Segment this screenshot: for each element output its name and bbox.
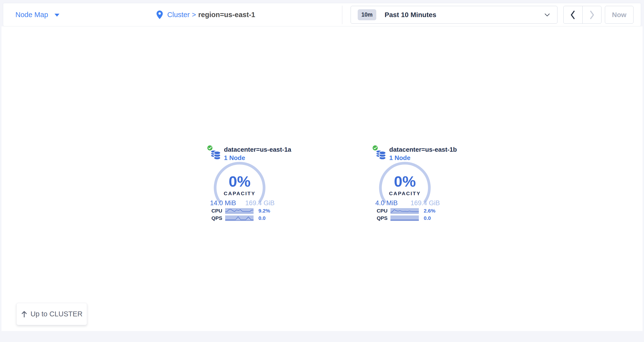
breadcrumb-separator: > bbox=[192, 11, 196, 19]
cpu-label: CPU bbox=[372, 208, 388, 214]
capacity-used: 4.0 MiB bbox=[375, 199, 398, 207]
cpu-sparkline bbox=[225, 208, 254, 214]
cpu-sparkline bbox=[390, 208, 419, 214]
now-button[interactable]: Now bbox=[605, 6, 634, 24]
datacenter-title: datacenter=us-east-1a bbox=[224, 146, 291, 153]
cpu-label: CPU bbox=[206, 208, 222, 214]
capacity-used: 14.0 MiB bbox=[210, 199, 236, 207]
time-nav-group bbox=[563, 6, 602, 24]
qps-value: 0.0 bbox=[424, 215, 431, 221]
database-stack-icon bbox=[376, 149, 386, 161]
header-divider bbox=[342, 5, 342, 24]
up-to-cluster-label: Up to CLUSTER bbox=[30, 310, 83, 318]
chevron-down-icon bbox=[544, 13, 550, 16]
capacity-total: 169.4 GiB bbox=[245, 199, 274, 207]
header-bar: Node Map Cluster > region=us-east-1 10m … bbox=[3, 3, 641, 26]
breadcrumb-current-region: region=us-east-1 bbox=[198, 11, 255, 19]
time-next-button[interactable] bbox=[583, 6, 602, 23]
datacenter-widget-us-east-1b[interactable]: datacenter=us-east-1b 1 Node 0% CAPACITY… bbox=[372, 144, 460, 223]
qps-sparkline bbox=[390, 215, 419, 221]
cpu-metric-row: CPU 2.6% bbox=[372, 208, 460, 214]
time-prev-button[interactable] bbox=[564, 6, 583, 23]
capacity-percent: 0% bbox=[213, 173, 266, 190]
location-pin-icon bbox=[156, 10, 163, 19]
view-selector-dropdown[interactable]: Node Map bbox=[16, 3, 60, 26]
view-selector-label: Node Map bbox=[16, 11, 48, 19]
breadcrumb-cluster-link[interactable]: Cluster bbox=[167, 11, 190, 19]
qps-sparkline bbox=[225, 215, 254, 221]
capacity-label: CAPACITY bbox=[378, 191, 432, 196]
chevron-left-icon bbox=[570, 10, 576, 19]
database-stack-icon bbox=[210, 149, 221, 161]
node-map-canvas: datacenter=us-east-1a 1 Node 0% CAPACITY… bbox=[2, 26, 642, 331]
capacity-label: CAPACITY bbox=[213, 191, 266, 196]
qps-label: QPS bbox=[206, 215, 222, 221]
cpu-value: 2.6% bbox=[424, 208, 436, 214]
qps-metric-row: QPS 0.0 bbox=[372, 215, 460, 221]
healthy-check-icon bbox=[372, 145, 378, 151]
arrow-up-icon bbox=[21, 311, 28, 318]
cpu-value: 9.2% bbox=[258, 208, 270, 214]
time-range-badge: 10m bbox=[358, 9, 376, 20]
chevron-right-icon bbox=[589, 10, 594, 19]
capacity-percent: 0% bbox=[378, 173, 432, 190]
cpu-metric-row: CPU 9.2% bbox=[206, 208, 294, 214]
time-range-label: Past 10 Minutes bbox=[384, 11, 436, 19]
qps-value: 0.0 bbox=[258, 215, 266, 221]
capacity-total: 169.4 GiB bbox=[410, 199, 440, 207]
time-range-dropdown[interactable]: 10m Past 10 Minutes bbox=[350, 6, 558, 24]
breadcrumb: Cluster > region=us-east-1 bbox=[156, 3, 255, 26]
datacenter-title: datacenter=us-east-1b bbox=[389, 146, 457, 153]
caret-down-icon bbox=[54, 14, 60, 16]
up-to-cluster-button[interactable]: Up to CLUSTER bbox=[16, 303, 87, 325]
capacity-values-row: 14.0 MiB 169.4 GiB bbox=[210, 199, 274, 207]
node-map-page: Node Map Cluster > region=us-east-1 10m … bbox=[0, 0, 644, 342]
datacenter-widget-us-east-1a[interactable]: datacenter=us-east-1a 1 Node 0% CAPACITY… bbox=[206, 144, 294, 223]
qps-label: QPS bbox=[372, 215, 388, 221]
healthy-check-icon bbox=[206, 145, 213, 151]
qps-metric-row: QPS 0.0 bbox=[206, 215, 294, 221]
capacity-values-row: 4.0 MiB 169.4 GiB bbox=[375, 199, 440, 207]
